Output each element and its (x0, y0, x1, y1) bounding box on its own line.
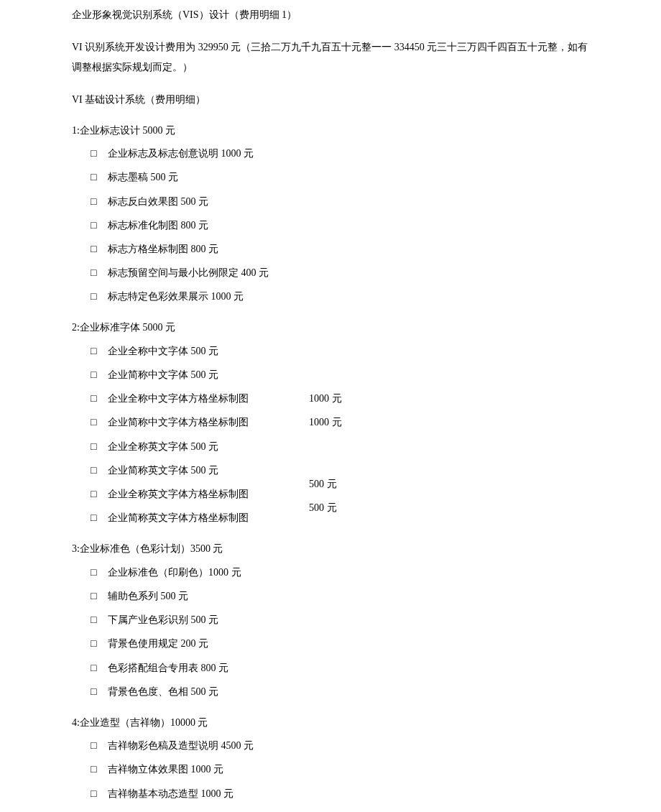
item-label: 企业标志及标志创意说明 1000 元 (108, 144, 254, 162)
list-item: □辅助色系列 500 元 (72, 587, 589, 605)
list-item: □下属产业色彩识别 500 元 (72, 611, 589, 629)
item-price: 500 元 (295, 499, 337, 517)
checkbox-icon: □ (91, 785, 103, 803)
list-item: □企业简称中文字体 500 元 (72, 366, 589, 384)
item-label: 吉祥物彩色稿及造型说明 4500 元 (108, 737, 254, 755)
list-item: □企业全称中文字体方格坐标制图1000 元 (72, 389, 589, 407)
checkbox-icon: □ (91, 760, 103, 778)
section-head: 3:企业标准色（色彩计划）3500 元 (72, 541, 589, 557)
intro-paragraph: VI 识别系统开发设计费用为 329950 元（三拾二万九千九百五十元整一一 3… (72, 37, 589, 78)
checkbox-icon: □ (91, 587, 103, 605)
item-label: 标志反白效果图 500 元 (108, 193, 208, 211)
list-item: □吉祥物彩色稿及造型说明 4500 元 (72, 737, 589, 755)
item-label: 标志标准化制图 800 元 (108, 216, 208, 234)
item-label: 下属产业色彩识别 500 元 (108, 611, 218, 629)
item-label: 背景色色度、色相 500 元 (108, 683, 218, 701)
checkbox-icon: □ (91, 808, 103, 812)
list-item: □吉祥物基本动态造型 1000 元 (72, 785, 589, 803)
list-item: □色彩搭配组合专用表 800 元 (72, 659, 589, 677)
item-label: 色彩搭配组合专用表 800 元 (108, 659, 228, 677)
checkbox-icon: □ (91, 287, 103, 305)
list-item: □企业吉祥物造型单色印刷规范 1500 元 (72, 808, 589, 812)
checkbox-icon: □ (91, 240, 103, 258)
checkbox-icon: □ (91, 366, 103, 384)
checkbox-icon: □ (91, 611, 103, 629)
checkbox-icon: □ (91, 216, 103, 234)
section-head: 2:企业标准字体 5000 元 (72, 320, 589, 336)
list-item: □企业标准色（印刷色）1000 元 (72, 563, 589, 581)
checkbox-icon: □ (91, 737, 103, 755)
list-item: □标志预留空间与最小比例限定 400 元 (72, 264, 589, 282)
checkbox-icon: □ (91, 485, 103, 503)
subtitle: VI 基础设计系统（费用明细） (72, 92, 589, 108)
checkbox-icon: □ (91, 659, 103, 677)
item-label: 企业全称中文字体 500 元 (108, 342, 218, 360)
list-item: □标志墨稿 500 元 (72, 168, 589, 186)
item-price: 1000 元 (295, 389, 342, 407)
section-head: 1:企业标志设计 5000 元 (72, 123, 589, 139)
item-price: 1000 元 (295, 413, 342, 431)
section-head: 4:企业造型（吉祥物）10000 元 (72, 715, 589, 731)
checkbox-icon: □ (91, 389, 103, 407)
item-label: 企业吉祥物造型单色印刷规范 1500 元 (108, 808, 274, 812)
list-item: □吉祥物立体效果图 1000 元 (72, 760, 589, 778)
item-label: 企业简称中文字体 500 元 (108, 366, 218, 384)
item-label: 企业全称中文字体方格坐标制图 (108, 389, 295, 407)
checkbox-icon: □ (91, 438, 103, 456)
checkbox-icon: □ (91, 683, 103, 701)
checkbox-icon: □ (91, 635, 103, 652)
item-label: 企业标准色（印刷色）1000 元 (108, 563, 241, 581)
item-label: 企业简称英文字体 500 元 (108, 461, 218, 479)
item-label: 背景色使用规定 200 元 (108, 635, 208, 652)
checkbox-icon: □ (91, 342, 103, 360)
list-item: □企业标志及标志创意说明 1000 元 (72, 144, 589, 162)
list-item: □企业简称英文字体方格坐标制图500 元 (72, 509, 589, 527)
item-price: 500 元 (295, 475, 337, 493)
checkbox-icon: □ (91, 461, 103, 479)
item-label: 企业简称中文字体方格坐标制图 (108, 413, 295, 431)
item-label: 企业全称英文字体方格坐标制图 (108, 485, 295, 503)
item-label: 企业全称英文字体 500 元 (108, 438, 218, 456)
list-item: □标志标准化制图 800 元 (72, 216, 589, 234)
sections-container: 1:企业标志设计 5000 元□企业标志及标志创意说明 1000 元□标志墨稿 … (72, 123, 589, 812)
item-label: 辅助色系列 500 元 (108, 587, 188, 605)
list-item: □背景色色度、色相 500 元 (72, 683, 589, 701)
list-item: □企业全称英文字体 500 元 (72, 438, 589, 456)
item-label: 标志墨稿 500 元 (108, 168, 178, 186)
checkbox-icon: □ (91, 563, 103, 581)
checkbox-icon: □ (91, 193, 103, 211)
item-label: 吉祥物基本动态造型 1000 元 (108, 785, 234, 803)
list-item: □背景色使用规定 200 元 (72, 635, 589, 652)
checkbox-icon: □ (91, 168, 103, 186)
list-item: □企业全称中文字体 500 元 (72, 342, 589, 360)
list-item: □企业简称中文字体方格坐标制图1000 元 (72, 413, 589, 431)
checkbox-icon: □ (91, 264, 103, 282)
list-item: □标志方格坐标制图 800 元 (72, 240, 589, 258)
document-title: 企业形象视觉识别系统（VIS）设计（费用明细 1） (72, 7, 589, 23)
list-item: □标志特定色彩效果展示 1000 元 (72, 287, 589, 305)
item-label: 吉祥物立体效果图 1000 元 (108, 760, 223, 778)
list-item: □标志反白效果图 500 元 (72, 193, 589, 211)
item-label: 标志方格坐标制图 800 元 (108, 240, 218, 258)
checkbox-icon: □ (91, 509, 103, 527)
checkbox-icon: □ (91, 144, 103, 162)
checkbox-icon: □ (91, 413, 103, 431)
item-label: 标志特定色彩效果展示 1000 元 (108, 287, 244, 305)
item-label: 标志预留空间与最小比例限定 400 元 (108, 264, 269, 282)
item-label: 企业简称英文字体方格坐标制图 (108, 509, 295, 527)
